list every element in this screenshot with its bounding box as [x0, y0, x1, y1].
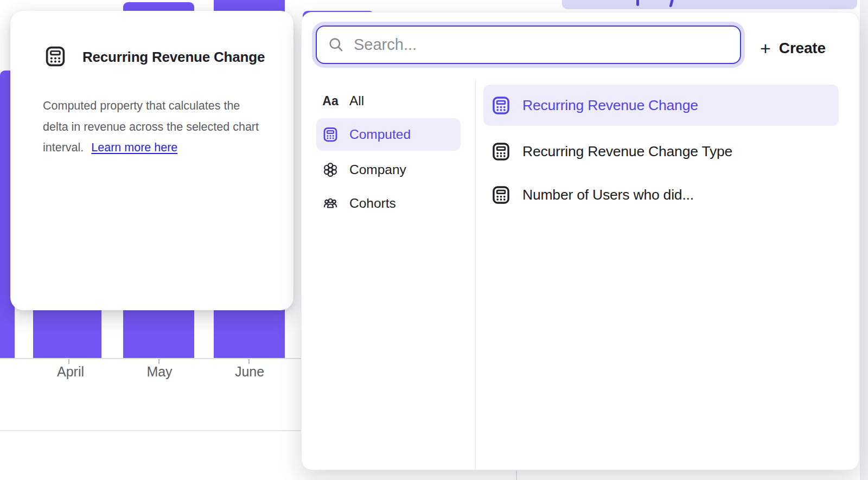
filter-item-company[interactable]: Company [316, 153, 461, 186]
x-axis-tick [248, 359, 250, 364]
filter-item-cohorts[interactable]: Cohorts [316, 187, 461, 220]
result-item-label: Number of Users who did... [522, 187, 694, 203]
tooltip-description-line: Computed property that calculates the [43, 95, 290, 117]
filter-item-label: Computed [349, 127, 411, 142]
create-button[interactable]: + Create [760, 37, 826, 59]
calculator-icon [491, 95, 511, 116]
page-background-edge [860, 0, 868, 480]
learn-more-link[interactable]: Learn more here [91, 141, 177, 154]
panel-divider-line [0, 430, 302, 431]
chip-text-fragment [669, 0, 673, 7]
company-cluster-icon [322, 162, 339, 178]
search-icon [328, 36, 344, 53]
filter-item-label: Cohorts [349, 196, 396, 211]
search-box[interactable] [316, 25, 741, 64]
x-axis-label: April [41, 364, 100, 380]
tooltip-description: Computed property that calculates the de… [43, 95, 290, 158]
text-aa-icon: Aa [322, 93, 339, 109]
filter-item-label: All [349, 93, 364, 108]
result-item[interactable]: Number of Users who did... [483, 174, 839, 215]
tooltip-description-line: interval.Learn more here [43, 137, 290, 158]
filter-item-label: Company [349, 162, 406, 177]
property-tooltip-card: Recurring Revenue Change Computed proper… [10, 11, 293, 310]
tooltip-title: Recurring Revenue Change [82, 49, 265, 66]
result-item[interactable]: Recurring Revenue Change [483, 85, 839, 126]
x-axis-line [0, 358, 302, 359]
result-item-label: Recurring Revenue Change Type [522, 143, 732, 160]
result-item-label: Recurring Revenue Change [522, 97, 698, 114]
chip-text-fragment [636, 0, 639, 6]
highlighted-property-chip [562, 0, 857, 9]
calculator-icon [44, 45, 67, 68]
cohorts-people-icon [322, 195, 339, 212]
search-input[interactable] [354, 36, 729, 54]
x-axis-tick [158, 359, 159, 364]
create-button-label: Create [779, 40, 826, 57]
property-picker-modal: + Create Aa All Computed [301, 12, 859, 470]
plus-icon: + [760, 39, 771, 58]
calculator-icon [491, 142, 511, 162]
filter-item-all[interactable]: Aa All [316, 85, 461, 117]
filter-item-computed[interactable]: Computed [316, 118, 461, 151]
result-item[interactable]: Recurring Revenue Change Type [483, 131, 839, 172]
x-axis-label: June [220, 364, 279, 380]
modal-column-divider [475, 80, 476, 471]
tooltip-description-line: delta in revenue across the selected cha… [43, 117, 290, 138]
x-axis-tick [68, 359, 69, 364]
calculator-icon [491, 185, 511, 205]
calculator-icon [322, 126, 339, 143]
x-axis-label: May [130, 364, 189, 380]
app-screen: { "colors": { "bar_purple": "#7355F3", "… [0, 0, 868, 480]
